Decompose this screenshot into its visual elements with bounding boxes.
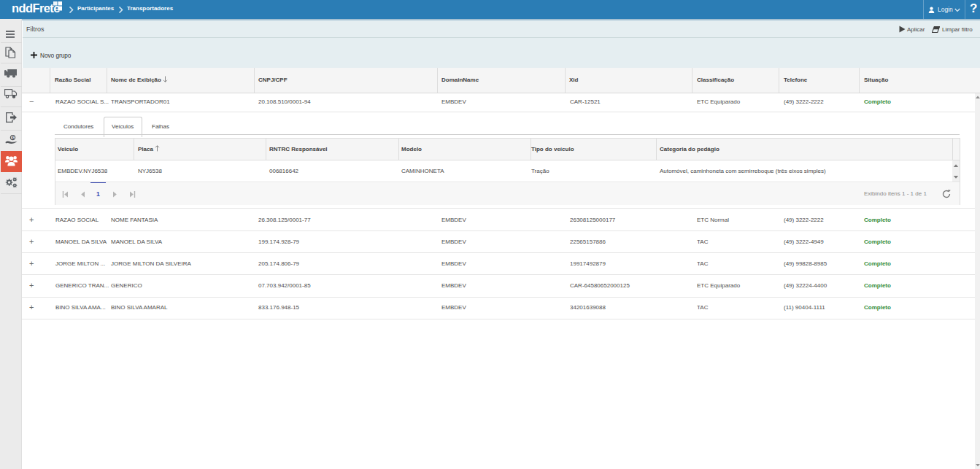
svg-text:$: $ (12, 136, 14, 140)
